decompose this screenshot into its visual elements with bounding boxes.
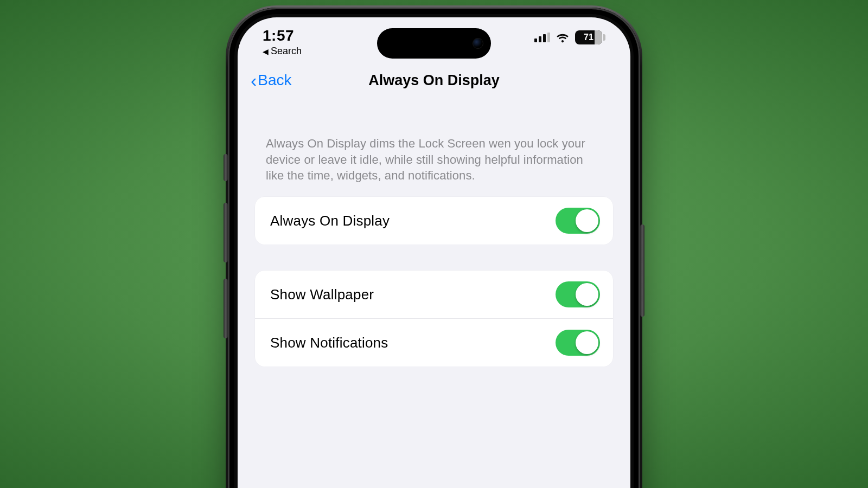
battery-percent: 71 — [584, 33, 593, 42]
navigation-bar: ‹ Back Always On Display — [238, 63, 630, 98]
row-label: Always On Display — [270, 213, 390, 229]
row-show-wallpaper: Show Wallpaper — [255, 271, 613, 318]
back-button[interactable]: ‹ Back — [251, 71, 292, 89]
settings-group: Always On Display — [255, 197, 613, 245]
front-camera-icon — [473, 38, 483, 49]
power-button[interactable] — [640, 224, 644, 317]
mute-switch[interactable] — [224, 154, 228, 181]
back-button-label: Back — [258, 72, 291, 89]
breadcrumb-back-to-search[interactable]: ◀ Search — [263, 46, 302, 57]
row-label: Show Notifications — [270, 335, 388, 351]
breadcrumb-label: Search — [271, 46, 302, 57]
volume-down-button[interactable] — [224, 279, 228, 338]
toggle-show-notifications[interactable] — [556, 330, 600, 356]
chevron-left-icon: ‹ — [251, 71, 257, 89]
cellular-signal-icon — [534, 33, 550, 42]
battery-indicator: 71 — [575, 30, 605, 44]
breadcrumb-arrow-icon: ◀ — [263, 47, 269, 56]
phone-frame: 1:57 ◀ Search 71 — [228, 8, 640, 488]
row-label: Show Wallpaper — [270, 286, 374, 303]
dynamic-island — [377, 28, 491, 59]
row-always-on-display: Always On Display — [255, 197, 613, 245]
status-time: 1:57 — [263, 27, 302, 44]
row-show-notifications: Show Notifications — [255, 318, 613, 367]
section-description: Always On Display dims the Lock Screen w… — [255, 136, 613, 197]
toggle-always-on-display[interactable] — [556, 208, 600, 234]
settings-group: Show Wallpaper Show Notifications — [255, 271, 613, 367]
wifi-icon — [556, 32, 570, 43]
screen: 1:57 ◀ Search 71 — [238, 17, 630, 488]
toggle-show-wallpaper[interactable] — [556, 281, 600, 307]
volume-up-button[interactable] — [224, 203, 228, 262]
page-title: Always On Display — [368, 72, 500, 89]
settings-content: Always On Display dims the Lock Screen w… — [238, 98, 630, 367]
